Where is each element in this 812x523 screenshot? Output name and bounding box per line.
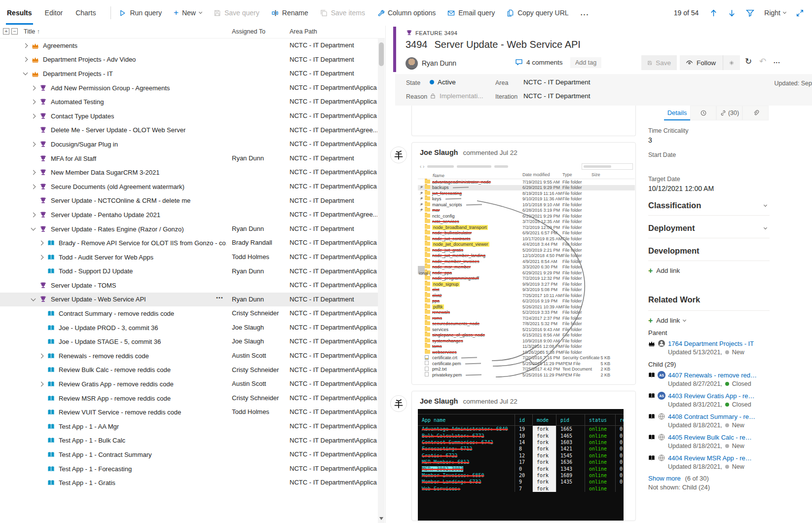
column-options-button[interactable]: Column options	[377, 9, 436, 17]
tree-chevron-icon[interactable]	[31, 142, 36, 147]
column-header-area-path[interactable]: Area Path	[290, 28, 317, 35]
email-query-button[interactable]: Email query	[447, 9, 495, 17]
section-related-work[interactable]: Related Work	[648, 287, 770, 309]
query-row[interactable]: Server Update - Rates Engine (Razor / Go…	[0, 222, 378, 236]
start-date-value[interactable]	[648, 160, 770, 169]
query-row[interactable]: AgreementsNCTC - IT Department	[0, 38, 378, 53]
tree-chevron-icon[interactable]	[39, 255, 44, 260]
time-criticality-value[interactable]: 3	[648, 136, 770, 145]
column-header-title[interactable]: Title ↑	[24, 28, 40, 35]
work-item-link[interactable]: 4404 Review MSR App - remov...	[668, 454, 757, 462]
work-item-link[interactable]: 4405 Review Bulk Calc - remov...	[668, 434, 757, 441]
expand-all-button[interactable]: +	[3, 28, 9, 35]
query-row[interactable]: Test App - 1 - AA MgrNCTC - IT Departmen…	[0, 419, 378, 434]
tab-attachments[interactable]	[742, 106, 769, 120]
target-date-value[interactable]: 10/12/2021 12:00 AM	[648, 185, 770, 193]
collapse-all-button[interactable]: −	[11, 28, 18, 35]
tree-chevron-icon[interactable]	[39, 382, 44, 387]
commenter-avatar[interactable]	[390, 147, 407, 163]
attached-screenshot-file-explorer[interactable]: ‹ › Name ⌃ Date modified Type Size advan…	[418, 161, 635, 378]
section-classification[interactable]: Classification	[648, 193, 770, 216]
tree-chevron-icon[interactable]	[31, 100, 36, 105]
run-query-button[interactable]: Run query	[119, 9, 162, 17]
section-deployment[interactable]: Deployment	[648, 216, 770, 238]
scroll-down-arrow[interactable]	[379, 517, 383, 520]
scrollbar-thumb[interactable]	[379, 42, 384, 66]
development-add-link-button[interactable]: + Add link	[648, 267, 770, 274]
tree-chevron-icon[interactable]	[31, 85, 36, 90]
query-row[interactable]: Server Update - Web Service API•••Ryan D…	[0, 293, 378, 307]
query-row[interactable]: Joe - Update STAGE - 5, commit 36Joe Sla…	[0, 335, 378, 349]
row-context-menu-button[interactable]: •••	[216, 295, 223, 300]
rename-button[interactable]: Rename	[271, 9, 308, 17]
query-row[interactable]: Review MSR App - remove reddis codeCrist…	[0, 391, 378, 406]
previous-item-icon[interactable]	[709, 9, 718, 17]
tab-links[interactable]: (30)	[716, 106, 742, 120]
new-button[interactable]: + New	[174, 9, 202, 17]
save-button[interactable]: Save	[641, 55, 677, 70]
query-row[interactable]: Todd - Support DJ UpdateRyan DunnNCTC - …	[0, 264, 378, 279]
save-items-button[interactable]: Save items	[320, 9, 365, 17]
comments-count[interactable]: 4 comments	[515, 58, 563, 66]
work-item-link[interactable]: 1764 Department Projects - IT	[668, 340, 754, 347]
save-query-button[interactable]: Save query	[214, 9, 259, 17]
query-row[interactable]: Review Gratis App - remove reddis codeAu…	[0, 377, 378, 391]
query-row[interactable]: Secure Documents (old Agreement watermar…	[0, 180, 378, 194]
query-row[interactable]: Delete Me - Server Update - OLOT Web Ser…	[0, 123, 378, 138]
tab-history[interactable]	[690, 106, 716, 120]
fullscreen-icon[interactable]	[796, 9, 804, 17]
tree-chevron-icon[interactable]	[23, 57, 28, 62]
tree-chevron-icon[interactable]	[23, 71, 28, 75]
area-value[interactable]: NCTC - IT Department	[523, 78, 591, 86]
query-row[interactable]: Test App - 1 - Contract SummaryNCTC - IT…	[0, 448, 378, 462]
query-row[interactable]: Department Projects - Adv VideoNCTC - IT…	[0, 53, 378, 67]
follow-button[interactable]: Follow	[680, 55, 723, 70]
query-row[interactable]: Todd - Audit Server for Web AppsTodd Hol…	[0, 250, 378, 264]
iteration-value[interactable]: NCTC - IT Department	[523, 92, 591, 100]
assignee-name[interactable]: Ryan Dunn	[422, 59, 456, 67]
query-row[interactable]: Test App - 1 - ForecastingNCTC - IT Depa…	[0, 462, 378, 476]
query-row[interactable]: Test App - 1 - Bulk CalcNCTC - IT Depart…	[0, 434, 378, 448]
undo-button[interactable]: ↶	[759, 56, 766, 67]
tree-chevron-icon[interactable]	[31, 226, 36, 231]
work-item-more-button[interactable]: ...	[774, 57, 780, 65]
query-row[interactable]: Review VUIT Service - remove reddis code…	[0, 405, 378, 419]
tab-editor[interactable]: Editor	[45, 9, 63, 17]
refresh-button[interactable]: ↻	[745, 56, 752, 67]
next-item-icon[interactable]	[728, 9, 736, 17]
query-row[interactable]: Contact Type UpdatesNCTC - IT Department…	[0, 109, 378, 123]
copy-query-url-button[interactable]: Copy query URL	[507, 9, 569, 17]
tab-charts[interactable]: Charts	[75, 9, 96, 17]
tree-chevron-icon[interactable]	[39, 353, 44, 358]
query-row[interactable]: Docusign/Sugar Plug inNCTC - IT Departme…	[0, 137, 378, 151]
query-row[interactable]: Review Bulk Calc - remove reddis codeCri…	[0, 363, 378, 377]
column-header-assigned-to[interactable]: Assigned To	[232, 28, 265, 35]
work-item-link[interactable]: 4407 Renewals - remove reddi...	[668, 372, 757, 379]
query-row[interactable]: New Member Data SugarCRM 3-2021NCTC - IT…	[0, 165, 378, 180]
grid-scrollbar[interactable]	[378, 38, 385, 523]
work-item-link[interactable]: 4408 Contract Summary - remo...	[668, 413, 757, 420]
comment-author[interactable]: Joe Slaugh	[420, 149, 458, 156]
query-row[interactable]: Contract Summary - remove reddis codeCri…	[0, 306, 378, 321]
state-value[interactable]: Active	[430, 78, 456, 86]
tree-chevron-icon[interactable]	[31, 113, 36, 118]
query-row[interactable]: MFA for All StaffRyan DunnNCTC - IT Depa…	[0, 151, 378, 166]
tree-chevron-icon[interactable]	[23, 43, 28, 48]
tree-chevron-icon[interactable]	[31, 184, 36, 189]
query-row[interactable]: Brady - Remove API Service for OLOT IIS …	[0, 236, 378, 250]
query-row[interactable]: Automated TestingNCTC - IT Department\Ap…	[0, 95, 378, 109]
add-tag-button[interactable]: Add tag	[570, 57, 601, 68]
more-options-button[interactable]: ...	[581, 9, 590, 17]
tree-chevron-icon[interactable]	[39, 241, 44, 246]
query-row[interactable]: Department Projects - ITNCTC - IT Depart…	[0, 67, 378, 81]
query-row[interactable]: Renewals - remove reddis codeAustin Scot…	[0, 349, 378, 363]
tree-chevron-icon[interactable]	[31, 170, 36, 175]
tree-chevron-icon[interactable]	[31, 212, 36, 217]
assignee-avatar[interactable]	[406, 57, 418, 70]
query-row[interactable]: Test App - 1 - GratisNCTC - IT Departmen…	[0, 476, 378, 490]
tree-chevron-icon[interactable]	[31, 297, 36, 301]
comment-author[interactable]: Joe Slaugh	[420, 397, 458, 405]
query-row[interactable]: Joe - Update PROD - 3, commit 36Joe Slau…	[0, 321, 378, 335]
commenter-avatar[interactable]	[390, 395, 407, 412]
show-more-link[interactable]: Show more	[648, 475, 681, 482]
